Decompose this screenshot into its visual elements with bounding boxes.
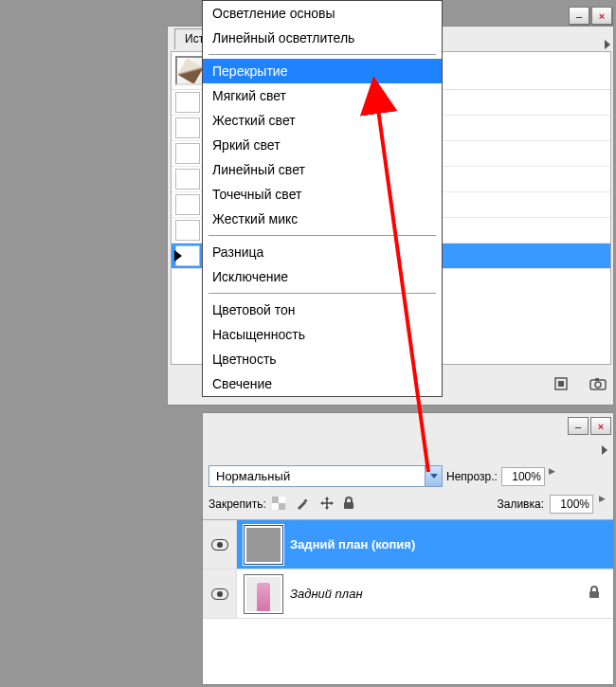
panel-menu-arrow[interactable] bbox=[603, 40, 612, 49]
menu-item-label: Линейный осветлитель bbox=[212, 30, 354, 45]
close-glyph: × bbox=[598, 421, 604, 432]
history-checkbox[interactable] bbox=[175, 92, 200, 113]
svg-rect-1 bbox=[558, 381, 564, 387]
svg-point-3 bbox=[595, 382, 601, 388]
menu-item[interactable]: Мягкий свет bbox=[203, 83, 442, 108]
menu-separator bbox=[208, 293, 436, 294]
layer-visibility-toggle[interactable] bbox=[203, 520, 237, 569]
layer-lock-icon bbox=[589, 586, 600, 602]
blend-mode-menu: Осветление основы Линейный осветлитель П… bbox=[202, 0, 443, 397]
lock-move-icon[interactable] bbox=[319, 496, 335, 514]
svg-rect-17 bbox=[344, 502, 353, 509]
history-checkbox[interactable] bbox=[175, 245, 200, 266]
lock-label: Закрепить: bbox=[208, 497, 266, 511]
menu-item-label: Жесткий микс bbox=[212, 211, 298, 226]
fill-arrow[interactable]: ▶ bbox=[599, 495, 607, 514]
history-cursor-icon bbox=[174, 250, 182, 262]
dropdown-toggle[interactable] bbox=[425, 466, 442, 486]
menu-separator bbox=[208, 235, 436, 236]
history-window-controls-vis: – × bbox=[569, 7, 614, 25]
opacity-input[interactable]: 100% bbox=[501, 467, 545, 486]
menu-item[interactable]: Цветность bbox=[203, 347, 442, 371]
layers-options-row1: Нормальный Непрозр.: 100% ▶ bbox=[208, 465, 607, 487]
history-checkbox[interactable] bbox=[175, 169, 200, 190]
close-glyph: × bbox=[599, 10, 605, 22]
menu-separator bbox=[208, 54, 436, 55]
menu-item[interactable]: Линейный свет bbox=[203, 157, 442, 182]
layers-list: Задний план (копия) Задний план bbox=[203, 519, 613, 684]
layer-name: Задний план (копия) bbox=[290, 537, 415, 551]
lock-transparency-icon[interactable] bbox=[272, 497, 287, 513]
minimize-button[interactable]: – bbox=[569, 7, 589, 25]
brush-tool-icon[interactable] bbox=[175, 56, 205, 85]
history-checkbox[interactable] bbox=[175, 220, 200, 241]
menu-item[interactable]: Разница bbox=[203, 240, 442, 264]
opacity-arrow[interactable]: ▶ bbox=[549, 467, 557, 486]
layer-row[interactable]: Задний план bbox=[203, 569, 613, 619]
menu-item-label: Исключение bbox=[212, 269, 288, 284]
close-button[interactable]: × bbox=[590, 417, 611, 435]
menu-item-label: Насыщенность bbox=[212, 327, 305, 342]
svg-rect-12 bbox=[272, 497, 279, 503]
minimize-glyph: – bbox=[576, 10, 582, 22]
menu-item[interactable]: Перекрытие bbox=[203, 59, 442, 83]
menu-item-label: Точечный свет bbox=[212, 187, 301, 202]
menu-item[interactable]: Точечный свет bbox=[203, 182, 442, 207]
history-checkbox[interactable] bbox=[175, 118, 200, 138]
svg-rect-13 bbox=[279, 503, 285, 510]
close-button[interactable]: × bbox=[591, 7, 612, 25]
menu-item-label: Линейный свет bbox=[212, 162, 305, 177]
layer-row[interactable]: Задний план (копия) bbox=[203, 520, 613, 569]
menu-item-label: Жесткий свет bbox=[212, 113, 296, 128]
menu-item[interactable]: Линейный осветлитель bbox=[203, 26, 442, 50]
layers-options-row2: Закрепить: Заливка: 100% ▶ bbox=[208, 495, 607, 514]
menu-item[interactable]: Исключение bbox=[203, 264, 442, 289]
history-checkbox[interactable] bbox=[175, 143, 200, 164]
minimize-glyph: – bbox=[575, 421, 581, 432]
menu-item-label: Осветление основы bbox=[212, 6, 335, 21]
menu-item[interactable]: Жесткий микс bbox=[203, 207, 442, 231]
history-checkbox[interactable] bbox=[175, 194, 200, 215]
eye-icon bbox=[211, 588, 228, 600]
blend-mode-dropdown[interactable]: Нормальный bbox=[208, 465, 443, 487]
thumb-content bbox=[257, 583, 270, 611]
blend-mode-value: Нормальный bbox=[209, 469, 425, 483]
fill-input[interactable]: 100% bbox=[550, 495, 593, 514]
layer-name: Задний план bbox=[290, 587, 363, 601]
menu-item[interactable]: Яркий свет bbox=[203, 133, 442, 157]
lock-all-icon[interactable] bbox=[343, 497, 358, 513]
layers-panel: – × Нормальный Непрозр.: 100% ▶ Закрепит… bbox=[202, 412, 614, 685]
menu-item-label: Свечение bbox=[212, 376, 272, 391]
lock-icon-group bbox=[272, 496, 358, 514]
menu-item-label: Мягкий свет bbox=[212, 88, 286, 103]
snapshot-icon[interactable] bbox=[589, 376, 607, 391]
menu-item[interactable]: Осветление основы bbox=[203, 1, 442, 26]
chevron-down-icon bbox=[430, 474, 438, 479]
menu-item[interactable]: Жесткий свет bbox=[203, 108, 442, 133]
panel-menu-arrow[interactable] bbox=[600, 445, 609, 455]
new-document-icon[interactable] bbox=[553, 376, 571, 391]
history-bottom-toolbar bbox=[553, 376, 616, 391]
menu-item[interactable]: Цветовой тон bbox=[203, 298, 442, 322]
opacity-label: Непрозр.: bbox=[446, 470, 498, 483]
menu-item-label: Цветовой тон bbox=[212, 302, 296, 317]
menu-item-label: Разница bbox=[212, 244, 263, 260]
lock-paint-icon[interactable] bbox=[296, 497, 311, 513]
svg-rect-4 bbox=[595, 378, 599, 381]
minimize-button[interactable]: – bbox=[568, 417, 589, 435]
eye-icon bbox=[211, 539, 228, 551]
layers-window-controls: – × bbox=[568, 417, 611, 435]
menu-item[interactable]: Насыщенность bbox=[203, 322, 442, 347]
layer-thumbnail[interactable] bbox=[245, 575, 282, 613]
menu-item-label: Перекрытие bbox=[212, 63, 287, 79]
menu-item-label: Цветность bbox=[212, 352, 277, 367]
layer-visibility-toggle[interactable] bbox=[203, 569, 237, 618]
menu-item-label: Яркий свет bbox=[212, 137, 281, 153]
svg-rect-18 bbox=[589, 591, 599, 598]
layer-thumbnail[interactable] bbox=[245, 526, 282, 564]
fill-label: Заливка: bbox=[497, 497, 544, 511]
menu-item[interactable]: Свечение bbox=[203, 371, 442, 396]
